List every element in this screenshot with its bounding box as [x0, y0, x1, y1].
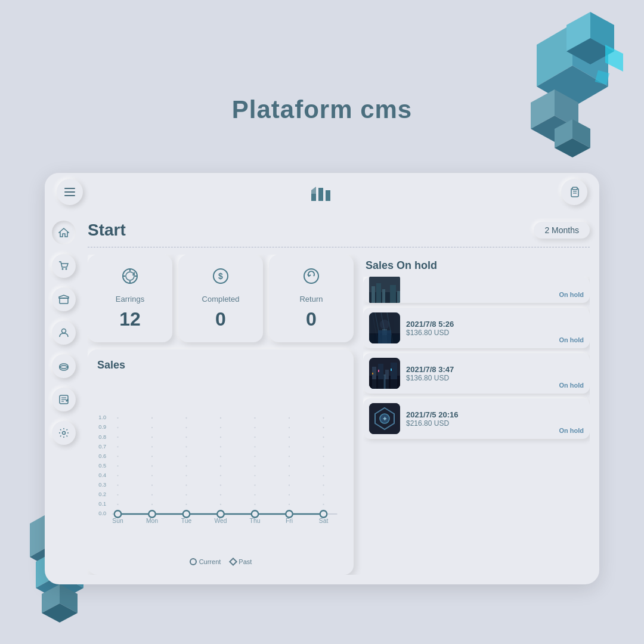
svg-point-114 — [289, 475, 290, 476]
svg-point-108 — [323, 465, 324, 466]
svg-point-123 — [117, 494, 118, 496]
sidebar-item-user[interactable] — [52, 321, 76, 345]
legend-past: Past — [230, 558, 252, 565]
svg-point-117 — [151, 485, 153, 486]
svg-point-73 — [323, 417, 324, 419]
logo-svg — [310, 183, 334, 201]
svg-point-131 — [151, 504, 153, 505]
svg-point-85 — [254, 436, 255, 438]
svg-text:$: $ — [218, 271, 223, 281]
legend-current-icon — [190, 558, 197, 565]
svg-text:0.5: 0.5 — [98, 463, 106, 469]
sale-item-partial[interactable]: On hold — [363, 277, 590, 303]
svg-point-168 — [380, 320, 389, 329]
svg-point-134 — [254, 504, 255, 505]
stat-card-completed: $ Completed 0 — [178, 255, 263, 342]
sidebar-item-edit[interactable] — [52, 388, 76, 411]
sale-info-2: 2021/7/8 5:26 $136.80 USD — [406, 320, 584, 337]
sale-date-2: 2021/7/8 5:26 — [406, 320, 584, 329]
content-area: Start 2 Months — [45, 211, 599, 584]
svg-point-135 — [289, 504, 290, 505]
sale-info-4: 2021/7/5 20:16 $216.80 USD — [406, 410, 584, 428]
sale-date-3: 2021/7/8 3:47 — [406, 365, 584, 374]
sale-amount-4: $216.80 USD — [406, 419, 584, 428]
svg-rect-34 — [60, 298, 68, 304]
svg-text:0.3: 0.3 — [98, 482, 106, 488]
chart-title: Sales — [97, 359, 344, 371]
svg-point-78 — [254, 427, 255, 428]
sale-item-4[interactable]: ✦ 2021/7/5 20:16 $216.80 USD On hold — [363, 398, 590, 439]
svg-text:Mon: Mon — [146, 518, 158, 524]
hamburger-line-1 — [64, 188, 75, 189]
svg-rect-175 — [378, 330, 391, 343]
sale-item-2[interactable]: 2021/7/8 5:26 $136.80 USD On hold — [363, 308, 590, 348]
sale-amount-3: $136.80 USD — [406, 374, 584, 382]
svg-point-70 — [220, 417, 221, 419]
svg-point-124 — [151, 494, 153, 496]
logo — [310, 183, 334, 201]
sidebar-item-coin[interactable] — [52, 354, 76, 378]
sales-chart-card: Sales 1.0 0.9 0.8 0.7 0.6 0.5 0.4 — [88, 349, 354, 575]
sidebar — [45, 211, 83, 584]
svg-point-121 — [289, 485, 290, 486]
svg-point-106 — [254, 465, 255, 466]
edit-icon — [58, 394, 69, 405]
svg-point-109 — [117, 475, 118, 476]
sidebar-item-home[interactable] — [52, 221, 76, 244]
svg-point-94 — [323, 446, 324, 447]
svg-point-72 — [289, 417, 290, 419]
cart-icon — [58, 261, 69, 271]
svg-rect-165 — [397, 291, 400, 303]
earrings-label: Earrings — [116, 295, 144, 304]
on-hold-badge-2: On hold — [559, 336, 584, 343]
sale-date-4: 2021/7/5 20:16 — [406, 410, 584, 419]
stat-card-return: Return 0 — [269, 255, 354, 342]
svg-point-87 — [323, 436, 324, 438]
svg-point-119 — [220, 485, 221, 486]
svg-point-132 — [185, 504, 187, 505]
on-hold-badge-4: On hold — [559, 427, 584, 434]
svg-point-116 — [117, 485, 118, 486]
sale-thumbnail-3 — [369, 358, 400, 389]
svg-point-90 — [185, 446, 187, 447]
svg-point-33 — [66, 268, 67, 270]
coin-icon — [58, 361, 69, 371]
svg-point-112 — [220, 475, 221, 476]
clipboard-button[interactable] — [561, 179, 587, 205]
svg-point-47 — [126, 272, 134, 280]
svg-point-99 — [254, 456, 255, 457]
svg-marker-31 — [59, 228, 69, 237]
months-filter-button[interactable]: 2 Months — [534, 222, 590, 239]
svg-text:0.8: 0.8 — [98, 434, 106, 440]
earrings-icon — [120, 267, 140, 290]
svg-point-82 — [151, 436, 153, 438]
svg-point-150 — [286, 510, 293, 518]
svg-point-129 — [323, 494, 324, 496]
svg-point-36 — [62, 329, 66, 333]
hamburger-button[interactable] — [57, 179, 83, 205]
svg-point-102 — [117, 465, 118, 466]
svg-rect-184 — [372, 373, 373, 374]
sidebar-item-cart[interactable] — [52, 254, 76, 278]
svg-point-95 — [117, 456, 118, 457]
header-row: Start 2 Months — [88, 221, 590, 240]
svg-point-79 — [289, 427, 290, 428]
logo-bars — [310, 183, 334, 201]
svg-text:Wed: Wed — [214, 518, 227, 524]
svg-point-127 — [254, 494, 255, 496]
svg-text:0.1: 0.1 — [98, 501, 106, 507]
return-value: 0 — [306, 308, 317, 330]
home-icon — [58, 227, 69, 238]
sale-thumbnail-2 — [369, 312, 400, 343]
clipboard-icon — [568, 186, 580, 198]
sale-thumbnail-1 — [369, 277, 400, 303]
svg-point-151 — [320, 510, 327, 518]
svg-text:0.6: 0.6 — [98, 453, 106, 459]
sidebar-item-settings[interactable] — [52, 421, 76, 445]
sidebar-item-box[interactable] — [52, 287, 76, 311]
return-label: Return — [299, 295, 323, 304]
right-column: Sales On hold — [363, 255, 590, 575]
left-column: Earrings 12 $ Completed 0 — [88, 255, 354, 575]
sale-item-3[interactable]: 2021/7/8 3:47 $136.80 USD On hold — [363, 353, 590, 394]
main-panel: Start 2 Months — [45, 173, 599, 584]
